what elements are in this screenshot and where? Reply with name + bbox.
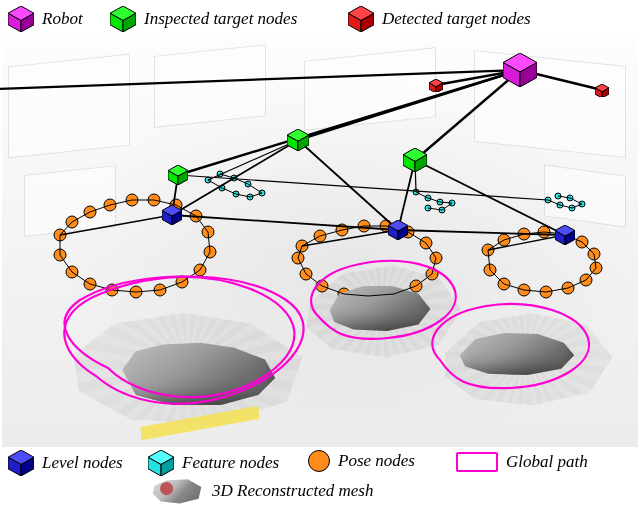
robot-cube-icon: [8, 6, 34, 32]
legend-global-path: Global path: [456, 452, 588, 472]
pose-sphere-icon: [308, 450, 330, 472]
inspected-cube-icon: [110, 6, 136, 32]
legend-pose-label: Pose nodes: [338, 451, 415, 471]
detected-cube-icon: [348, 6, 374, 32]
global-path-layer: [0, 0, 640, 509]
mesh-swatch-icon: [150, 478, 204, 504]
level-cube-icon: [8, 450, 34, 476]
legend-mesh-label: 3D Reconstructed mesh: [212, 481, 373, 501]
legend-detected-label: Detected target nodes: [382, 9, 531, 29]
legend-robot: Robot: [8, 6, 83, 32]
legend-robot-label: Robot: [42, 9, 83, 29]
legend-feature: Feature nodes: [148, 450, 279, 476]
global-path-1: [64, 277, 303, 404]
legend-level-label: Level nodes: [42, 453, 123, 473]
legend-pose: Pose nodes: [308, 450, 415, 472]
legend-detected: Detected target nodes: [348, 6, 531, 32]
legend-level: Level nodes: [8, 450, 123, 476]
global-path-3: [432, 304, 589, 388]
legend-mesh: 3D Reconstructed mesh: [150, 478, 373, 504]
legend-inspected: Inspected target nodes: [110, 6, 297, 32]
legend-inspected-label: Inspected target nodes: [144, 9, 297, 29]
feature-cube-icon: [148, 450, 174, 476]
legend-feature-label: Feature nodes: [182, 453, 279, 473]
global-path-2: [311, 261, 456, 339]
global-path-swatch-icon: [456, 452, 498, 472]
legend-global-path-label: Global path: [506, 452, 588, 472]
